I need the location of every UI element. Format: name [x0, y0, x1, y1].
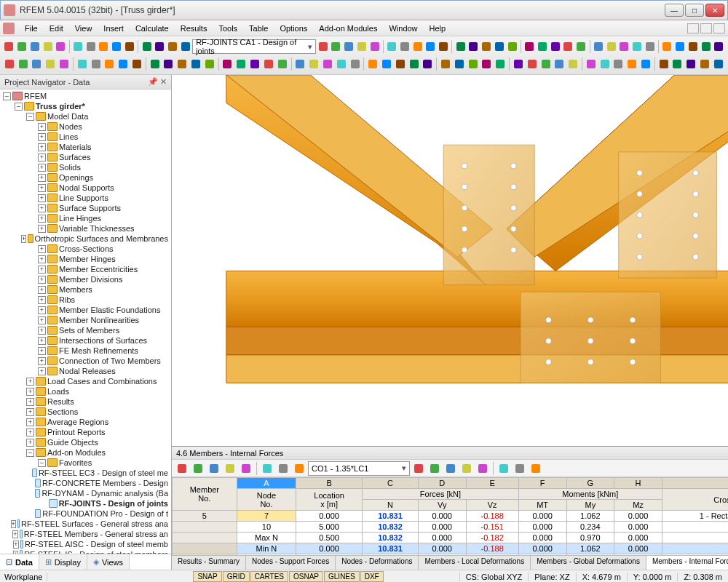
menu-tools[interactable]: Tools	[213, 23, 243, 34]
tree-item[interactable]: RF-CONCRETE Members - Design	[0, 478, 171, 488]
toolbar2-btn-30[interactable]	[439, 57, 452, 71]
tree-item[interactable]: +Guide Objects	[0, 437, 171, 447]
results-combo[interactable]: CO1 - 1.35*LC1	[308, 461, 410, 476]
toolbar1b-btn-22[interactable]	[618, 39, 630, 54]
toolbar1b-btn-6[interactable]	[398, 39, 411, 54]
toolbar1-btn-10[interactable]	[141, 39, 153, 54]
toolbar2-btn-5[interactable]	[76, 57, 89, 71]
toolbar2-btn-20[interactable]	[293, 57, 306, 71]
mdi-minimize[interactable]	[687, 23, 699, 33]
toolbar1b-btn-28[interactable]	[700, 39, 712, 54]
results-tool-b-btn-1[interactable]	[427, 461, 442, 476]
tree-item[interactable]: –RFEM	[0, 91, 171, 101]
toolbar2-btn-42[interactable]	[612, 57, 625, 71]
app-menu-icon[interactable]	[3, 23, 15, 34]
toolbar2-btn-28[interactable]	[408, 57, 421, 71]
tree-item[interactable]: + Cross-Sections	[0, 244, 171, 254]
toolbar2-btn-17[interactable]	[248, 57, 261, 71]
toolbar2-btn-44[interactable]	[639, 57, 652, 71]
status-toggle-glines[interactable]: GLINES	[324, 571, 360, 582]
tree-item[interactable]: + RF-STEEL AISC - Design of steel memb	[0, 539, 171, 549]
toolbar2-btn-10[interactable]	[149, 57, 162, 71]
tree-item[interactable]: + Nodes	[0, 121, 171, 132]
toolbar2-btn-46[interactable]	[671, 57, 684, 71]
toolbar1b-btn-11[interactable]	[467, 39, 480, 54]
menu-edit[interactable]: Edit	[44, 23, 69, 34]
result-tab[interactable]: Results - Summary	[172, 556, 246, 570]
toolbar2-btn-40[interactable]	[585, 57, 598, 71]
result-tab[interactable]: Members - Global Deformations	[531, 556, 646, 570]
tree-item[interactable]: +Loads	[0, 386, 171, 396]
results-tool-btn-1[interactable]	[191, 461, 205, 476]
toolbar2-btn-0[interactable]	[3, 57, 16, 71]
status-toggle-dxf[interactable]: DXF	[360, 571, 384, 582]
toolbar1b-btn-10[interactable]	[454, 39, 467, 54]
tree-item[interactable]: +Sections	[0, 407, 171, 417]
tree-item[interactable]: + Openings	[0, 172, 171, 183]
toolbar2-btn-43[interactable]	[625, 57, 638, 71]
toolbar1b-btn-2[interactable]	[343, 39, 355, 54]
tree-item[interactable]: + Member Hinges	[0, 254, 171, 264]
tree-item[interactable]: RF-STEEL EC3 - Design of steel me	[0, 468, 171, 478]
result-tab[interactable]: Members - Local Deformations	[419, 556, 531, 570]
toolbar1b-btn-1[interactable]	[330, 39, 342, 54]
status-toggle-cartes[interactable]: CARTES	[250, 571, 288, 582]
toolbar1b-btn-9[interactable]	[438, 39, 450, 54]
tree-item[interactable]: RF-FOUNDATION Pro - Design of t	[0, 509, 171, 519]
results-tool-b-btn-7[interactable]	[529, 461, 543, 476]
toolbar1-btn-6[interactable]	[84, 39, 97, 54]
result-tab[interactable]: Members - Internal Forces	[646, 556, 728, 570]
tree-item[interactable]: +Results	[0, 396, 171, 407]
toolbar1b-btn-3[interactable]	[355, 39, 368, 54]
results-tool-btn-2[interactable]	[207, 461, 221, 476]
toolbar2-btn-39[interactable]	[566, 57, 579, 71]
tree-item[interactable]: + Surfaces	[0, 152, 171, 162]
toolbar2-btn-4[interactable]	[58, 57, 71, 71]
tree-item[interactable]: +Average Regions	[0, 417, 171, 427]
minimize-button[interactable]: —	[665, 4, 684, 17]
toolbar2-btn-37[interactable]	[539, 57, 553, 71]
menu-window[interactable]: Window	[383, 23, 423, 34]
maximize-button[interactable]: □	[685, 4, 704, 17]
toolbar2-btn-36[interactable]	[526, 57, 539, 71]
toolbar2-btn-2[interactable]	[31, 57, 44, 71]
toolbar1b-btn-29[interactable]	[713, 39, 725, 54]
toolbar1b-btn-18[interactable]	[562, 39, 574, 54]
tree-item[interactable]: + Sets of Members	[0, 325, 171, 335]
tree-item[interactable]: + Line Hinges	[0, 213, 171, 223]
toolbar2-btn-47[interactable]	[684, 57, 697, 71]
navigator-tab-display[interactable]: ⊞Display	[39, 554, 87, 570]
toolbar2-btn-24[interactable]	[349, 57, 362, 71]
toolbar1-btn-1[interactable]	[16, 39, 28, 54]
toolbar2-btn-3[interactable]	[44, 57, 57, 71]
toolbar2-btn-31[interactable]	[453, 57, 466, 71]
results-tool-b-btn-0[interactable]	[411, 461, 426, 476]
tree-item[interactable]: + Solids	[0, 162, 171, 172]
pin-icon[interactable]: 📌 ✕	[148, 77, 167, 87]
toolbar1-btn-2[interactable]	[29, 39, 41, 54]
toolbar2-btn-27[interactable]	[394, 57, 407, 71]
results-tool-btn-3[interactable]	[223, 461, 237, 476]
toolbar2-btn-49[interactable]	[712, 57, 725, 71]
tree-item[interactable]: + Connection of Two Members	[0, 356, 171, 366]
3d-viewport[interactable]: x y z	[172, 75, 728, 446]
toolbar2-btn-41[interactable]	[598, 57, 612, 71]
toolbar2-btn-26[interactable]	[380, 57, 393, 71]
toolbar1-btn-4[interactable]	[55, 39, 67, 54]
results-tool-b-btn-6[interactable]	[513, 461, 527, 476]
toolbar1b-btn-20[interactable]	[592, 39, 604, 54]
menu-help[interactable]: Help	[424, 23, 452, 34]
toolbar2-btn-48[interactable]	[698, 57, 711, 71]
toolbar1b-btn-23[interactable]	[631, 39, 644, 54]
toolbar2-btn-6[interactable]	[90, 57, 103, 71]
toolbar2-btn-45[interactable]	[657, 57, 670, 71]
navigator-tab-views[interactable]: ◈Views	[87, 554, 130, 570]
toolbar2-btn-13[interactable]	[189, 57, 202, 71]
results-tool-btn-4[interactable]	[239, 461, 253, 476]
toolbar1-btn-0[interactable]	[3, 39, 15, 54]
tree-item[interactable]: + RF-STEEL Surfaces - General stress ana	[0, 519, 171, 529]
results-tool-btn-5[interactable]	[260, 461, 274, 476]
results-tool-b-btn-3[interactable]	[459, 461, 474, 476]
tree-item[interactable]: + Orthotropic Surfaces and Membranes	[0, 234, 171, 244]
tree-item[interactable]: RF-JOINTS - Design of joints	[0, 498, 171, 509]
